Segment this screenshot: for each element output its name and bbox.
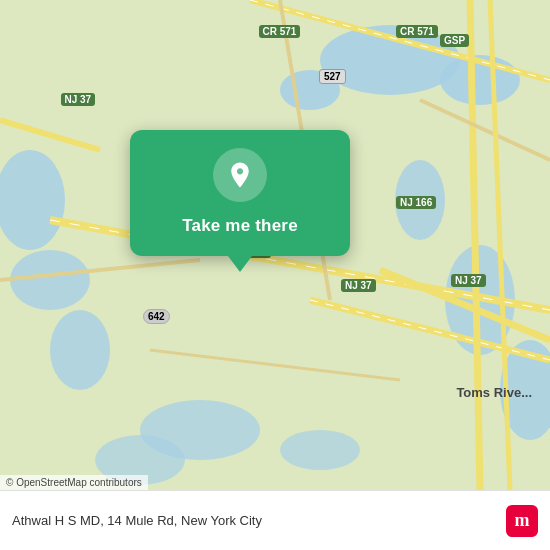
moovit-icon: m bbox=[506, 505, 538, 537]
svg-point-5 bbox=[10, 250, 90, 310]
road-label-nj166: NJ 166 bbox=[396, 196, 436, 209]
popup-triangle bbox=[228, 256, 252, 272]
road-label-nj37-left: NJ 37 bbox=[61, 93, 96, 106]
road-label-642: 642 bbox=[143, 309, 170, 324]
bottom-bar: Athwal H S MD, 14 Mule Rd, New York City… bbox=[0, 490, 550, 550]
toms-river-label: Toms Rive... bbox=[456, 385, 532, 400]
road-label-cr571-left: CR 571 bbox=[259, 25, 301, 38]
map-container: CR 571 CR 571 NJ 37 NJ 37 NJ 37 NJ 37 NJ… bbox=[0, 0, 550, 490]
map-attribution: © OpenStreetMap contributors bbox=[0, 475, 148, 490]
road-label-527: 527 bbox=[319, 69, 346, 84]
take-me-there-button[interactable]: Take me there bbox=[182, 216, 298, 236]
location-pin-icon bbox=[213, 148, 267, 202]
pin-svg bbox=[225, 160, 255, 190]
moovit-logo: m bbox=[506, 505, 538, 537]
road-label-gsp: GSP bbox=[440, 34, 469, 47]
popup-card: Take me there bbox=[130, 130, 350, 256]
svg-point-6 bbox=[50, 310, 110, 390]
road-label-nj37-right1: NJ 37 bbox=[341, 279, 376, 292]
location-description: Athwal H S MD, 14 Mule Rd, New York City bbox=[12, 513, 506, 528]
road-label-cr571-right: CR 571 bbox=[396, 25, 438, 38]
svg-point-12 bbox=[280, 430, 360, 470]
road-label-nj37-right2: NJ 37 bbox=[451, 274, 486, 287]
